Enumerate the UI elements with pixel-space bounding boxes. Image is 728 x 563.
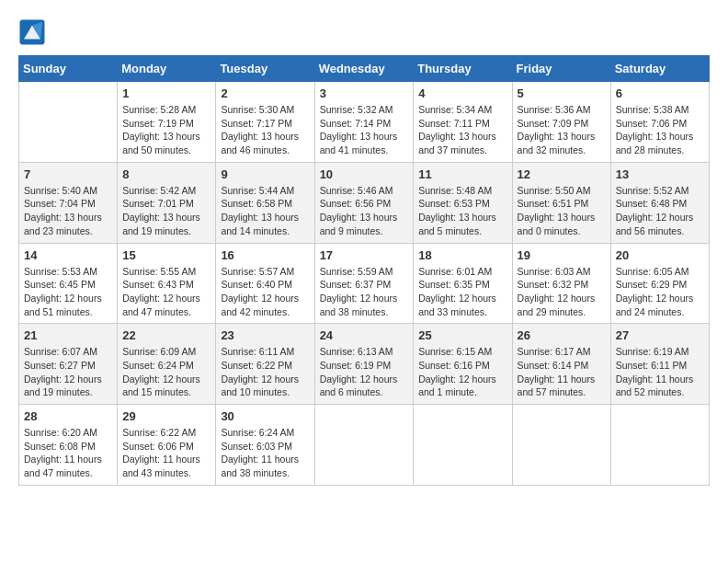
day-info: Sunrise: 6:07 AM Sunset: 6:27 PM Dayligh… (24, 345, 112, 399)
day-info: Sunrise: 6:19 AM Sunset: 6:11 PM Dayligh… (616, 345, 704, 399)
calendar-cell: 2Sunrise: 5:30 AM Sunset: 7:17 PM Daylig… (216, 82, 314, 163)
calendar-cell: 16Sunrise: 5:57 AM Sunset: 6:40 PM Dayli… (216, 243, 314, 324)
day-number: 3 (320, 86, 409, 100)
day-info: Sunrise: 5:57 AM Sunset: 6:40 PM Dayligh… (221, 265, 309, 319)
calendar-cell: 24Sunrise: 6:13 AM Sunset: 6:19 PM Dayli… (314, 324, 414, 405)
calendar-cell: 3Sunrise: 5:32 AM Sunset: 7:14 PM Daylig… (314, 82, 414, 163)
calendar-cell: 27Sunrise: 6:19 AM Sunset: 6:11 PM Dayli… (610, 324, 709, 405)
calendar-cell: 12Sunrise: 5:50 AM Sunset: 6:51 PM Dayli… (512, 162, 610, 243)
day-number: 12 (518, 167, 606, 181)
calendar-week-row: 1Sunrise: 5:28 AM Sunset: 7:19 PM Daylig… (19, 82, 710, 163)
day-info: Sunrise: 5:52 AM Sunset: 6:48 PM Dayligh… (616, 184, 704, 238)
day-number: 5 (518, 86, 606, 100)
logo (18, 18, 51, 46)
calendar-cell: 1Sunrise: 5:28 AM Sunset: 7:19 PM Daylig… (118, 82, 216, 163)
day-number: 24 (320, 328, 409, 342)
day-number: 14 (24, 248, 112, 262)
day-number: 4 (418, 86, 506, 100)
calendar-cell (610, 405, 709, 486)
calendar-cell: 21Sunrise: 6:07 AM Sunset: 6:27 PM Dayli… (19, 324, 118, 405)
day-of-week-header: Tuesday (216, 56, 314, 82)
calendar-cell: 20Sunrise: 6:05 AM Sunset: 6:29 PM Dayli… (610, 243, 709, 324)
day-number: 11 (418, 167, 506, 181)
header-row: SundayMondayTuesdayWednesdayThursdayFrid… (19, 56, 710, 82)
calendar-cell: 7Sunrise: 5:40 AM Sunset: 7:04 PM Daylig… (19, 162, 118, 243)
calendar-cell: 18Sunrise: 6:01 AM Sunset: 6:35 PM Dayli… (414, 243, 512, 324)
day-info: Sunrise: 5:46 AM Sunset: 6:56 PM Dayligh… (320, 184, 409, 238)
calendar-cell: 9Sunrise: 5:44 AM Sunset: 6:58 PM Daylig… (216, 162, 314, 243)
day-info: Sunrise: 6:22 AM Sunset: 6:06 PM Dayligh… (122, 426, 210, 480)
day-info: Sunrise: 6:17 AM Sunset: 6:14 PM Dayligh… (518, 345, 606, 399)
day-info: Sunrise: 5:28 AM Sunset: 7:19 PM Dayligh… (122, 103, 210, 157)
calendar-cell: 10Sunrise: 5:46 AM Sunset: 6:56 PM Dayli… (314, 162, 414, 243)
day-info: Sunrise: 6:03 AM Sunset: 6:32 PM Dayligh… (518, 265, 606, 319)
calendar-cell: 13Sunrise: 5:52 AM Sunset: 6:48 PM Dayli… (610, 162, 709, 243)
day-number: 21 (24, 328, 112, 342)
calendar-cell: 17Sunrise: 5:59 AM Sunset: 6:37 PM Dayli… (314, 243, 414, 324)
day-number: 25 (418, 328, 506, 342)
day-info: Sunrise: 5:44 AM Sunset: 6:58 PM Dayligh… (221, 184, 309, 238)
day-info: Sunrise: 6:13 AM Sunset: 6:19 PM Dayligh… (320, 345, 409, 399)
calendar-cell: 29Sunrise: 6:22 AM Sunset: 6:06 PM Dayli… (118, 405, 216, 486)
day-info: Sunrise: 6:24 AM Sunset: 6:03 PM Dayligh… (221, 426, 309, 480)
calendar-cell: 14Sunrise: 5:53 AM Sunset: 6:45 PM Dayli… (19, 243, 118, 324)
day-number: 17 (320, 248, 409, 262)
day-number: 15 (122, 248, 210, 262)
day-info: Sunrise: 5:48 AM Sunset: 6:53 PM Dayligh… (418, 184, 506, 238)
calendar-cell: 19Sunrise: 6:03 AM Sunset: 6:32 PM Dayli… (512, 243, 610, 324)
day-info: Sunrise: 5:40 AM Sunset: 7:04 PM Dayligh… (24, 184, 112, 238)
calendar-week-row: 28Sunrise: 6:20 AM Sunset: 6:08 PM Dayli… (19, 405, 710, 486)
calendar-cell: 11Sunrise: 5:48 AM Sunset: 6:53 PM Dayli… (414, 162, 512, 243)
day-of-week-header: Saturday (610, 56, 709, 82)
calendar-cell: 8Sunrise: 5:42 AM Sunset: 7:01 PM Daylig… (118, 162, 216, 243)
day-info: Sunrise: 5:32 AM Sunset: 7:14 PM Dayligh… (320, 103, 409, 157)
day-number: 8 (122, 167, 210, 181)
calendar-week-row: 21Sunrise: 6:07 AM Sunset: 6:27 PM Dayli… (19, 324, 710, 405)
day-number: 27 (616, 328, 704, 342)
day-info: Sunrise: 5:55 AM Sunset: 6:43 PM Dayligh… (122, 265, 210, 319)
calendar-week-row: 7Sunrise: 5:40 AM Sunset: 7:04 PM Daylig… (19, 162, 710, 243)
day-info: Sunrise: 6:01 AM Sunset: 6:35 PM Dayligh… (418, 265, 506, 319)
page-header (18, 18, 710, 46)
day-number: 23 (221, 328, 309, 342)
day-info: Sunrise: 5:42 AM Sunset: 7:01 PM Dayligh… (122, 184, 210, 238)
day-info: Sunrise: 5:59 AM Sunset: 6:37 PM Dayligh… (320, 265, 409, 319)
day-number: 29 (122, 409, 210, 423)
day-number: 19 (518, 248, 606, 262)
day-number: 1 (122, 86, 210, 100)
day-number: 6 (616, 86, 704, 100)
logo-icon (18, 18, 46, 46)
day-number: 16 (221, 248, 309, 262)
day-info: Sunrise: 6:05 AM Sunset: 6:29 PM Dayligh… (616, 265, 704, 319)
calendar-cell: 5Sunrise: 5:36 AM Sunset: 7:09 PM Daylig… (512, 82, 610, 163)
day-number: 30 (221, 409, 309, 423)
day-info: Sunrise: 5:38 AM Sunset: 7:06 PM Dayligh… (616, 103, 704, 157)
calendar-cell: 28Sunrise: 6:20 AM Sunset: 6:08 PM Dayli… (19, 405, 118, 486)
day-info: Sunrise: 5:50 AM Sunset: 6:51 PM Dayligh… (518, 184, 606, 238)
day-of-week-header: Wednesday (314, 56, 414, 82)
calendar-table: SundayMondayTuesdayWednesdayThursdayFrid… (18, 55, 710, 486)
day-of-week-header: Thursday (414, 56, 512, 82)
day-info: Sunrise: 6:15 AM Sunset: 6:16 PM Dayligh… (418, 345, 506, 399)
day-info: Sunrise: 6:11 AM Sunset: 6:22 PM Dayligh… (221, 345, 309, 399)
day-info: Sunrise: 5:36 AM Sunset: 7:09 PM Dayligh… (518, 103, 606, 157)
calendar-cell: 4Sunrise: 5:34 AM Sunset: 7:11 PM Daylig… (414, 82, 512, 163)
day-number: 20 (616, 248, 704, 262)
day-info: Sunrise: 5:34 AM Sunset: 7:11 PM Dayligh… (418, 103, 506, 157)
calendar-cell: 30Sunrise: 6:24 AM Sunset: 6:03 PM Dayli… (216, 405, 314, 486)
day-number: 26 (518, 328, 606, 342)
day-number: 7 (24, 167, 112, 181)
day-info: Sunrise: 6:20 AM Sunset: 6:08 PM Dayligh… (24, 426, 112, 480)
day-number: 10 (320, 167, 409, 181)
calendar-cell (512, 405, 610, 486)
day-info: Sunrise: 5:53 AM Sunset: 6:45 PM Dayligh… (24, 265, 112, 319)
day-number: 18 (418, 248, 506, 262)
calendar-cell: 23Sunrise: 6:11 AM Sunset: 6:22 PM Dayli… (216, 324, 314, 405)
day-number: 22 (122, 328, 210, 342)
calendar-cell: 15Sunrise: 5:55 AM Sunset: 6:43 PM Dayli… (118, 243, 216, 324)
calendar-cell: 6Sunrise: 5:38 AM Sunset: 7:06 PM Daylig… (610, 82, 709, 163)
calendar-cell: 22Sunrise: 6:09 AM Sunset: 6:24 PM Dayli… (118, 324, 216, 405)
calendar-cell: 25Sunrise: 6:15 AM Sunset: 6:16 PM Dayli… (414, 324, 512, 405)
calendar-cell: 26Sunrise: 6:17 AM Sunset: 6:14 PM Dayli… (512, 324, 610, 405)
day-of-week-header: Monday (118, 56, 216, 82)
